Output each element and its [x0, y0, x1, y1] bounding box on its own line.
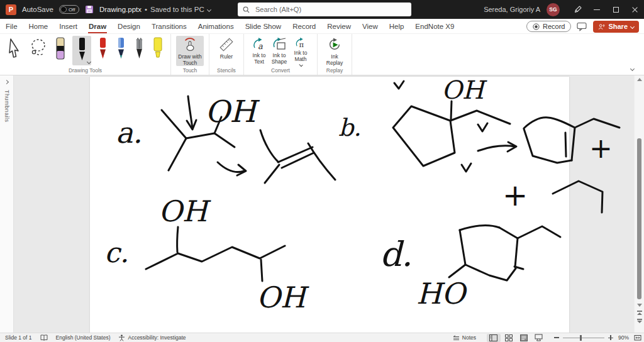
ink-to-shape-label: Ink to Shape [271, 52, 287, 65]
ink-replay-label: Ink Replay [325, 53, 345, 66]
pen-options-chevron[interactable] [87, 60, 91, 64]
draw-with-touch-button[interactable]: Draw with Touch [176, 36, 204, 66]
ink-to-shape-icon [272, 37, 287, 51]
tab-transitions[interactable]: Transitions [146, 19, 192, 33]
zoom-slider[interactable] [563, 338, 604, 338]
tab-insert[interactable]: Insert [53, 19, 83, 33]
scroll-up-arrow[interactable] [637, 78, 642, 81]
group-stencils: Ruler Stencils [209, 34, 244, 75]
ruler-button[interactable]: Ruler [214, 36, 238, 66]
touch-hand-icon [182, 37, 197, 52]
thumbnails-panel-label: Thumbnails [4, 90, 10, 123]
pencil-tool[interactable] [132, 36, 146, 63]
select-tool[interactable] [5, 36, 24, 60]
black-pen-icon [75, 36, 89, 63]
avatar[interactable]: SG [547, 3, 560, 16]
zoom-level[interactable]: 90% [618, 334, 629, 341]
comments-button[interactable] [577, 22, 587, 31]
tab-draw[interactable]: Draw [83, 19, 112, 33]
search-input[interactable] [254, 5, 392, 14]
drawing-tools-group-label: Drawing Tools [0, 67, 170, 74]
ink-to-math-button[interactable]: π Ink to Math [289, 36, 312, 66]
touch-group-label: Touch [171, 67, 209, 74]
replay-group-label: Replay [318, 67, 352, 74]
blue-pen-tool[interactable] [114, 36, 128, 63]
slide-show-button[interactable] [532, 334, 546, 342]
ink-to-shape-button[interactable]: Ink to Shape [269, 36, 289, 66]
accessibility-icon [118, 334, 125, 341]
ink-to-text-button[interactable]: a Ink to Text [249, 36, 269, 66]
tab-design[interactable]: Design [112, 19, 146, 33]
restore-button[interactable] [606, 0, 625, 19]
normal-view-button[interactable] [487, 334, 501, 342]
zoom-slider-thumb[interactable] [580, 335, 582, 341]
share-button[interactable]: Share [593, 21, 639, 33]
tab-endnote[interactable]: EndNote X9 [409, 19, 460, 33]
user-name[interactable]: Sereda, Grigoriy A [484, 6, 540, 13]
slide[interactable] [90, 77, 569, 333]
pen-black-selected[interactable] [72, 36, 91, 65]
ink-to-math-icon: π [293, 37, 308, 48]
tab-review[interactable]: Review [321, 19, 357, 33]
vertical-scrollbar[interactable] [634, 75, 644, 333]
zoom-in-button[interactable] [608, 335, 613, 340]
tab-slide-show[interactable]: Slide Show [240, 19, 287, 33]
slide-sorter-view-button[interactable] [502, 334, 516, 342]
ribbon-content: Drawing Tools Draw with Touch Touch [0, 34, 644, 75]
powerpoint-logo-icon[interactable]: P [6, 4, 16, 15]
svg-text:a: a [258, 41, 263, 51]
ruler-label: Ruler [220, 53, 233, 60]
accessibility-label: Accessibility: Investigate [128, 334, 186, 341]
ink-plus-top: + [589, 132, 613, 164]
tab-animations[interactable]: Animations [192, 19, 240, 33]
scroll-down-arrow[interactable] [637, 304, 642, 307]
save-icon[interactable] [85, 5, 94, 14]
red-pen-tool[interactable] [96, 36, 109, 63]
thumbnails-panel[interactable]: Thumbnails [0, 75, 14, 333]
tab-help[interactable]: Help [384, 19, 410, 33]
search-box[interactable] [238, 3, 411, 16]
bullet-separator: • [145, 6, 147, 13]
close-button[interactable] [625, 0, 644, 19]
autosave-state: Off [69, 7, 75, 13]
autosave-toggle[interactable]: Off [59, 5, 79, 14]
eraser-tool[interactable] [53, 36, 68, 63]
workspace: Thumbnails [0, 75, 644, 333]
title-bar: P AutoSave Off Drawing.pptx • Saved to t… [0, 0, 644, 19]
lasso-select-tool[interactable] [28, 36, 48, 60]
document-title[interactable]: Drawing.pptx • Saved to this PC [99, 6, 211, 13]
reading-view-button[interactable] [517, 334, 531, 342]
expand-thumbnails-chevron[interactable] [4, 80, 9, 84]
record-icon [533, 23, 540, 30]
fit-slide-to-window-button[interactable] [634, 334, 641, 341]
tab-record[interactable]: Record [287, 19, 321, 33]
search-icon [243, 6, 250, 13]
ink-to-math-label: Ink to Math [291, 50, 310, 62]
tab-file[interactable]: File [0, 19, 23, 33]
highlighter-tool[interactable] [150, 36, 165, 63]
file-save-status: Saved to this PC [150, 6, 204, 13]
minimize-button[interactable] [587, 0, 606, 19]
notes-button[interactable]: Notes [453, 334, 476, 341]
ink-replay-button[interactable]: Ink Replay [323, 36, 347, 66]
inking-pen-icon[interactable] [569, 0, 587, 19]
status-bar: Slide 1 of 1 English (United States) Acc… [0, 333, 644, 342]
convert-group-label: Convert [244, 67, 317, 74]
previous-slide-button[interactable] [636, 311, 643, 315]
scrollbar-thumb[interactable] [637, 138, 641, 299]
svg-text:π: π [299, 40, 304, 48]
tab-view[interactable]: View [357, 19, 384, 33]
language-indicator[interactable]: English (United States) [56, 334, 111, 341]
next-slide-button[interactable] [636, 319, 643, 323]
slide-counter[interactable]: Slide 1 of 1 [5, 334, 32, 341]
close-icon [631, 6, 638, 13]
tab-home[interactable]: Home [23, 19, 54, 33]
record-button[interactable]: Record [526, 21, 571, 32]
zoom-out-button[interactable] [554, 337, 559, 338]
spellcheck-book-icon[interactable] [40, 334, 48, 341]
ink-to-math-chevron[interactable] [299, 63, 303, 67]
accessibility-status[interactable]: Accessibility: Investigate [118, 334, 186, 341]
share-icon [598, 23, 605, 30]
share-dropdown-chevron[interactable] [630, 24, 635, 28]
group-drawing-tools: Drawing Tools [0, 34, 171, 75]
